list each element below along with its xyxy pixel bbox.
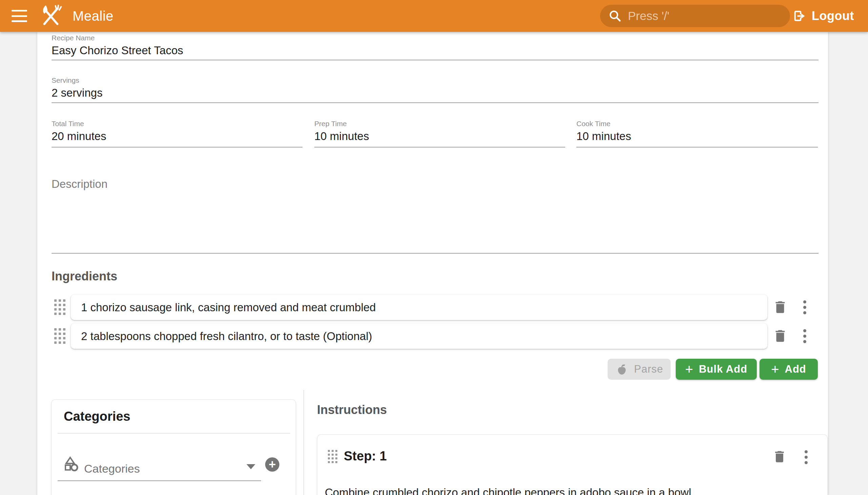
add-category-button[interactable]: + xyxy=(265,457,279,472)
plus-icon: + xyxy=(269,458,276,471)
categories-select-underline xyxy=(58,480,261,481)
section-divider xyxy=(304,390,304,495)
prep-time-underline xyxy=(314,147,565,148)
total-time-underline xyxy=(52,147,303,148)
logout-button[interactable]: Logout xyxy=(792,0,854,32)
step-text-input[interactable]: Combine crumbled chorizo and chipotle pe… xyxy=(325,486,820,495)
servings-label: Servings xyxy=(52,76,79,84)
cook-time-input[interactable]: 10 minutes xyxy=(576,130,631,143)
logout-icon xyxy=(792,9,806,23)
parse-button[interactable]: Parse xyxy=(608,359,671,380)
delete-step-button[interactable] xyxy=(772,449,787,464)
ingredient-input[interactable]: 2 tablespoons chopped fresh cilantro, or… xyxy=(71,323,767,349)
cook-time-label: Cook Time xyxy=(576,120,610,128)
recipe-name-label: Recipe Name xyxy=(52,34,95,42)
menu-icon[interactable] xyxy=(12,10,27,22)
prep-time-input[interactable]: 10 minutes xyxy=(314,130,369,143)
step-card: Step: 1 Combine crumbled chorizo and chi… xyxy=(317,434,828,495)
drag-handle-icon[interactable] xyxy=(328,450,337,463)
search-bar[interactable] xyxy=(600,5,790,27)
categories-select[interactable]: Categories xyxy=(84,462,140,475)
app-title: Mealie xyxy=(72,0,114,32)
bulk-add-label: Bulk Add xyxy=(699,363,747,375)
apple-icon xyxy=(615,362,629,376)
description-textarea[interactable] xyxy=(52,191,818,252)
servings-underline xyxy=(52,102,818,103)
ingredient-menu-button[interactable] xyxy=(797,300,812,315)
ingredient-menu-button[interactable] xyxy=(797,328,812,344)
total-time-label: Total Time xyxy=(52,120,84,128)
recipe-editor-card: Recipe Name Easy Chorizo Street Tacos Se… xyxy=(37,32,828,495)
drag-handle-icon[interactable] xyxy=(54,300,65,315)
description-underline xyxy=(52,253,818,254)
total-time-input[interactable]: 20 minutes xyxy=(52,130,106,143)
kebab-menu-icon xyxy=(805,450,807,464)
kebab-menu-icon xyxy=(803,301,806,314)
delete-ingredient-button[interactable] xyxy=(772,300,788,315)
add-ingredient-button[interactable]: + Add xyxy=(760,359,818,380)
logout-label: Logout xyxy=(812,9,854,23)
step-title: Step: 1 xyxy=(344,449,387,463)
search-input[interactable] xyxy=(627,9,787,23)
recipe-name-input[interactable]: Easy Chorizo Street Tacos xyxy=(52,44,183,57)
instructions-heading: Instructions xyxy=(317,403,387,417)
description-label: Description xyxy=(52,178,107,190)
drag-handle-icon[interactable] xyxy=(54,328,65,344)
shapes-icon[interactable] xyxy=(63,455,79,472)
trash-icon xyxy=(772,449,787,464)
search-icon xyxy=(608,9,622,23)
add-label: Add xyxy=(785,363,806,375)
ingredient-input[interactable]: 1 chorizo sausage link, casing removed a… xyxy=(71,295,767,320)
ingredients-heading: Ingredients xyxy=(52,269,117,284)
cook-time-underline xyxy=(576,147,818,148)
step-menu-button[interactable] xyxy=(798,449,814,465)
bulk-add-button[interactable]: + Bulk Add xyxy=(676,359,757,380)
parse-label: Parse xyxy=(634,363,663,375)
kebab-menu-icon xyxy=(803,329,806,343)
servings-input[interactable]: 2 servings xyxy=(52,86,102,99)
categories-divider xyxy=(58,433,290,433)
plus-icon: + xyxy=(685,362,693,376)
delete-ingredient-button[interactable] xyxy=(772,328,788,344)
chevron-down-icon[interactable] xyxy=(246,464,255,469)
mealie-logo-icon xyxy=(39,4,62,28)
recipe-name-underline xyxy=(52,60,818,61)
trash-icon xyxy=(772,300,788,315)
prep-time-label: Prep Time xyxy=(314,120,347,128)
trash-icon xyxy=(772,328,788,344)
app-header: Mealie Logout xyxy=(0,0,868,32)
categories-title: Categories xyxy=(64,409,130,424)
plus-icon: + xyxy=(771,362,779,376)
categories-card: Categories Categories + xyxy=(51,399,296,495)
